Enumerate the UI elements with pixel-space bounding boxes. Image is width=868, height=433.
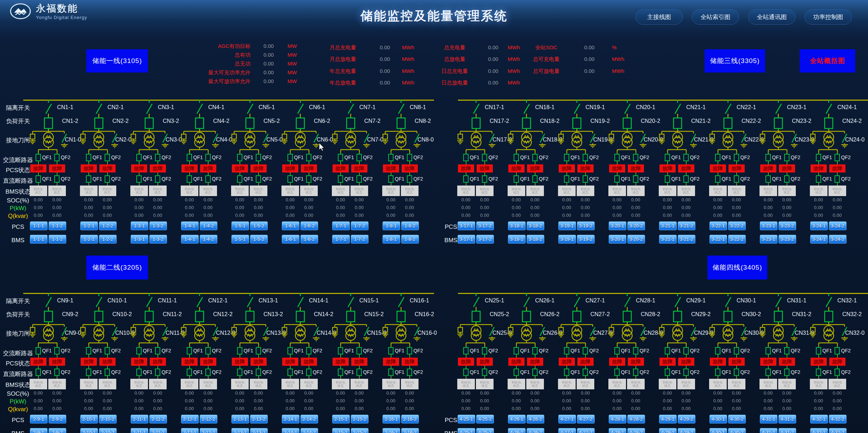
feeder-oneline-diagram[interactable]: CN11-1 CN11-2 CN11-0	[124, 293, 174, 348]
bms-unit-button[interactable]: 4-27-1	[558, 428, 576, 433]
bms-unit-button[interactable]: 2-12-2	[200, 428, 217, 433]
bms-unit-button[interactable]: 3-23-1	[760, 235, 777, 244]
bms-unit-button[interactable]: 4-28-2	[627, 428, 645, 433]
feeder-oneline-diagram[interactable]: CN22-1 CN22-2 CN22-0	[703, 100, 753, 155]
dc-breaker-symbol[interactable]	[36, 369, 41, 376]
dc-breaker-symbol[interactable]	[237, 369, 242, 376]
dc-breaker-symbol[interactable]	[482, 175, 487, 183]
pcs-unit-button[interactable]: 2-16-1	[383, 415, 400, 423]
feeder-oneline-diagram[interactable]: CN25-1 CN25-2 CN25-0	[451, 293, 501, 348]
bms-unit-button[interactable]: 1-6-2	[300, 235, 318, 244]
bms-unit-button[interactable]: 4-25-1	[458, 428, 475, 433]
ac-breaker-symbol[interactable]	[614, 347, 620, 354]
dc-breaker-symbol[interactable]	[187, 175, 192, 183]
ac-breaker-symbol[interactable]	[54, 347, 60, 354]
dc-breaker-symbol[interactable]	[306, 175, 311, 183]
ac-breaker-symbol[interactable]	[155, 154, 160, 161]
ac-breaker-symbol[interactable]	[237, 154, 242, 161]
section-button[interactable]: 储能四线(3405)	[707, 256, 767, 280]
bms-unit-button[interactable]: 1-3-2	[149, 235, 167, 244]
ac-breaker-symbol[interactable]	[187, 347, 192, 354]
bms-unit-button[interactable]: 3-20-2	[627, 235, 645, 244]
bms-unit-button[interactable]: 3-18-1	[508, 235, 526, 244]
nav-button-station-comm[interactable]: 全站通讯图	[748, 9, 795, 25]
pcs-unit-button[interactable]: 1-6-2	[300, 221, 318, 230]
pcs-unit-button[interactable]: 2-11-2	[149, 415, 167, 423]
bms-unit-button[interactable]: 2-9-1	[30, 428, 48, 433]
dc-breaker-symbol[interactable]	[614, 175, 620, 183]
dc-breaker-symbol[interactable]	[734, 369, 739, 376]
pcs-unit-button[interactable]: 2-15-2	[351, 415, 368, 423]
ac-breaker-symbol[interactable]	[256, 347, 261, 354]
feeder-oneline-diagram[interactable]: CN27-1 CN27-2 CN27-0	[552, 293, 602, 348]
pcs-unit-button[interactable]: 2-10-1	[80, 415, 98, 423]
pcs-unit-button[interactable]: 1-4-2	[200, 221, 217, 230]
feeder-oneline-diagram[interactable]: CN5-1 CN5-2 CN5-0	[225, 100, 275, 155]
ac-breaker-symbol[interactable]	[514, 347, 519, 354]
pcs-unit-button[interactable]: 3-22-2	[728, 221, 746, 230]
dc-breaker-symbol[interactable]	[715, 175, 720, 183]
pcs-unit-button[interactable]: 3-20-1	[609, 221, 626, 230]
ac-breaker-symbol[interactable]	[564, 154, 569, 161]
dc-breaker-symbol[interactable]	[532, 175, 538, 183]
bms-unit-button[interactable]: 2-15-2	[351, 428, 368, 433]
pcs-unit-button[interactable]: 1-7-2	[351, 221, 368, 230]
ac-breaker-symbol[interactable]	[532, 347, 538, 354]
ac-breaker-symbol[interactable]	[36, 347, 41, 354]
ac-breaker-symbol[interactable]	[463, 154, 469, 161]
pcs-unit-button[interactable]: 1-5-1	[231, 221, 249, 230]
dc-breaker-symbol[interactable]	[356, 175, 362, 183]
feeder-oneline-diagram[interactable]: CN7-1 CN7-2 CN7-0	[326, 100, 376, 155]
ac-breaker-symbol[interactable]	[86, 154, 91, 161]
feeder-oneline-diagram[interactable]: CN21-1 CN21-2 CN21-0	[652, 100, 703, 155]
ac-breaker-symbol[interactable]	[463, 347, 469, 354]
ac-breaker-symbol[interactable]	[407, 347, 412, 354]
bms-unit-button[interactable]: 1-2-1	[80, 235, 98, 244]
feeder-oneline-diagram[interactable]: CN26-1 CN26-2 CN26-0	[501, 293, 552, 348]
bms-unit-button[interactable]: 4-29-2	[678, 428, 695, 433]
bms-unit-button[interactable]: 2-11-1	[131, 428, 148, 433]
bms-unit-button[interactable]: 4-25-2	[476, 428, 494, 433]
feeder-oneline-diagram[interactable]: CN20-1 CN20-2 CN20-0	[602, 100, 652, 155]
pcs-unit-button[interactable]: 4-30-1	[709, 415, 727, 423]
bms-unit-button[interactable]: 4-30-1	[709, 428, 727, 433]
bms-unit-button[interactable]: 3-19-2	[577, 235, 595, 244]
ac-breaker-symbol[interactable]	[136, 347, 142, 354]
dc-breaker-symbol[interactable]	[155, 175, 160, 183]
bms-unit-button[interactable]: 3-23-2	[779, 235, 796, 244]
feeder-oneline-diagram[interactable]: CN15-1 CN15-2 CN15-0	[326, 293, 376, 348]
dc-breaker-symbol[interactable]	[765, 369, 771, 376]
ac-breaker-symbol[interactable]	[784, 154, 789, 161]
pcs-unit-button[interactable]: 3-17-2	[476, 221, 494, 230]
pcs-unit-button[interactable]: 4-28-1	[609, 415, 626, 423]
bms-unit-button[interactable]: 1-1-1	[30, 235, 48, 244]
dc-breaker-symbol[interactable]	[665, 175, 670, 183]
section-button[interactable]: 储能三线(3305)	[705, 49, 765, 73]
ac-breaker-symbol[interactable]	[765, 154, 771, 161]
pcs-unit-button[interactable]: 4-29-1	[659, 415, 677, 423]
pcs-unit-button[interactable]: 2-14-1	[282, 415, 299, 423]
dc-breaker-symbol[interactable]	[514, 175, 519, 183]
dc-breaker-symbol[interactable]	[105, 369, 110, 376]
pcs-unit-button[interactable]: 4-30-2	[728, 415, 746, 423]
dc-breaker-symbol[interactable]	[816, 369, 821, 376]
feeder-oneline-diagram[interactable]: CN29-1 CN29-2 CN29-0	[652, 293, 703, 348]
ac-breaker-symbol[interactable]	[388, 347, 393, 354]
ac-breaker-symbol[interactable]	[514, 154, 519, 161]
dc-breaker-symbol[interactable]	[338, 175, 343, 183]
ac-breaker-symbol[interactable]	[835, 154, 840, 161]
ac-breaker-symbol[interactable]	[205, 154, 211, 161]
dc-breaker-symbol[interactable]	[583, 369, 588, 376]
bms-unit-button[interactable]: 3-19-1	[558, 235, 576, 244]
ac-breaker-symbol[interactable]	[388, 154, 393, 161]
dc-breaker-symbol[interactable]	[338, 369, 343, 376]
pcs-unit-button[interactable]: 1-1-2	[49, 221, 66, 230]
feeder-oneline-diagram[interactable]: CN17-1 CN17-2 CN17-0	[451, 100, 501, 155]
pcs-unit-button[interactable]: 3-21-1	[659, 221, 677, 230]
bms-unit-button[interactable]: 4-32-2	[829, 428, 847, 433]
feeder-oneline-diagram[interactable]: CN32-1 CN32-2 CN32-0	[804, 293, 854, 348]
dc-breaker-symbol[interactable]	[256, 369, 261, 376]
bms-unit-button[interactable]: 3-17-2	[476, 235, 494, 244]
pcs-unit-button[interactable]: 1-2-2	[99, 221, 117, 230]
dc-breaker-symbol[interactable]	[105, 175, 110, 183]
